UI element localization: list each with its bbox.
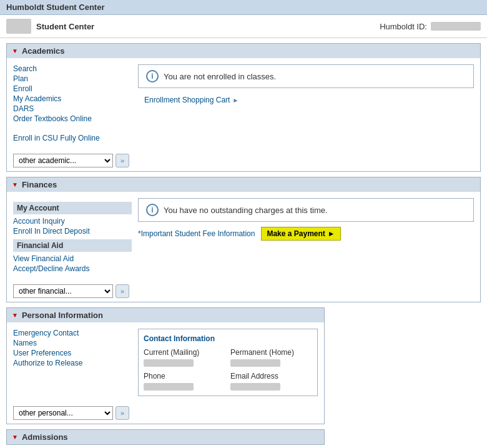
personal-information-section: ▼ Personal Information Emergency Contact… [6, 307, 325, 424]
academics-collapse-icon[interactable]: ▼ [12, 47, 18, 54]
enroll-link[interactable]: Enroll [13, 84, 132, 93]
finances-collapse-icon[interactable]: ▼ [12, 181, 18, 188]
permanent-home-value [230, 359, 280, 367]
accept-decline-link[interactable]: Accept/Decline Awards [13, 264, 132, 273]
admissions-collapse-icon[interactable]: ▼ [12, 434, 18, 441]
account-inquiry-link[interactable]: Account Inquiry [13, 217, 132, 226]
enrollment-cart-link[interactable]: Enrollment Shopping Cart ► [144, 96, 468, 104]
authorize-release-link[interactable]: Authorize to Release [13, 359, 132, 367]
current-mailing-section: Current (Mailing) [144, 348, 225, 367]
email-label: Email Address [230, 372, 312, 381]
enrollment-cart-row: Enrollment Shopping Cart ► [138, 93, 474, 107]
academics-section: ▼ Academics Search Plan Enroll My Academ… [6, 43, 481, 172]
humboldt-id-label: Humboldt ID: [380, 22, 427, 31]
academics-right-panel: i You are not enrolled in classes. Enrol… [138, 64, 474, 144]
personal-links: Emergency Contact Names User Preferences… [13, 329, 132, 396]
contact-box: Contact Information Current (Mailing) Pe… [138, 329, 318, 396]
academics-info-message: You are not enrolled in classes. [164, 72, 276, 81]
personal-information-header: ▼ Personal Information [7, 308, 324, 322]
payment-arrow-icon: ► [328, 229, 335, 238]
phone-value [144, 383, 194, 391]
cart-arrow-icon: ► [232, 97, 239, 104]
view-financial-aid-link[interactable]: View Financial Aid [13, 254, 132, 263]
personal-collapse-icon[interactable]: ▼ [12, 312, 18, 319]
academics-go-button[interactable]: » [116, 154, 129, 167]
academics-dropdown[interactable]: other academic... [13, 154, 113, 167]
finances-title: Finances [22, 180, 57, 189]
academics-dropdown-row: other academic... » [7, 150, 480, 171]
finances-info-message: You have no outstanding charges at this … [164, 206, 328, 215]
academics-links: Search Plan Enroll My Academics DARS Ord… [13, 64, 132, 144]
finances-info-box: i You have no outstanding charges at thi… [138, 198, 474, 222]
personal-dropdown[interactable]: other personal... [13, 406, 113, 420]
academics-header: ▼ Academics [7, 44, 480, 58]
financial-actions: *Important Student Fee Information Make … [138, 227, 474, 241]
admissions-section: ▼ Admissions [6, 429, 325, 445]
payment-button-label: Make a Payment [267, 229, 325, 238]
academics-title: Academics [22, 46, 65, 56]
finances-dropdown-row: other financial... » [7, 281, 480, 302]
email-value [230, 383, 280, 391]
current-mailing-label: Current (Mailing) [144, 348, 225, 357]
enrollment-cart-label: Enrollment Shopping Cart [144, 96, 230, 104]
order-textbooks-link[interactable]: Order Textbooks Online [13, 114, 132, 123]
finances-go-button[interactable]: » [116, 284, 129, 298]
academics-body: Search Plan Enroll My Academics DARS Ord… [7, 58, 480, 150]
phone-section: Phone [144, 372, 225, 391]
finances-dropdown[interactable]: other financial... [13, 284, 113, 298]
contact-grid: Current (Mailing) Permanent (Home) Phone… [144, 348, 312, 391]
student-header-left: Student Center [6, 19, 94, 34]
finances-body: My Account Account Inquiry Enroll In Dir… [7, 192, 480, 281]
student-header: Student Center Humboldt ID: [0, 15, 487, 38]
phone-label: Phone [144, 372, 225, 381]
personal-information-title: Personal Information [22, 311, 103, 320]
finances-section: ▼ Finances My Account Account Inquiry En… [6, 177, 481, 302]
finances-right-panel: i You have no outstanding charges at thi… [138, 198, 474, 274]
important-fee-link[interactable]: *Important Student Fee Information [138, 229, 255, 238]
humboldt-id-section: Humboldt ID: [380, 22, 481, 31]
personal-go-button[interactable]: » [116, 406, 129, 420]
finances-links: My Account Account Inquiry Enroll In Dir… [13, 198, 132, 274]
academics-info-box: i You are not enrolled in classes. [138, 64, 474, 88]
financial-aid-header: Financial Aid [13, 239, 132, 252]
dars-link[interactable]: DARS [13, 104, 132, 113]
permanent-home-label: Permanent (Home) [230, 348, 312, 357]
humboldt-id-value [431, 22, 481, 31]
user-preferences-link[interactable]: User Preferences [13, 349, 132, 357]
make-payment-button[interactable]: Make a Payment ► [261, 227, 340, 241]
avatar [6, 19, 31, 34]
finances-header: ▼ Finances [7, 177, 480, 192]
my-academics-link[interactable]: My Academics [13, 94, 132, 103]
page-header: Humboldt Student Center [0, 0, 487, 15]
admissions-title: Admissions [22, 432, 68, 442]
emergency-contact-link[interactable]: Emergency Contact [13, 329, 132, 337]
current-mailing-value [144, 359, 194, 367]
permanent-home-section: Permanent (Home) [230, 348, 312, 367]
names-link[interactable]: Names [13, 339, 132, 347]
direct-deposit-link[interactable]: Enroll In Direct Deposit [13, 227, 132, 236]
student-center-label: Student Center [36, 22, 94, 31]
search-link[interactable]: Search [13, 64, 132, 73]
my-account-header: My Account [13, 202, 132, 214]
enroll-csu-link[interactable]: Enroll in CSU Fully Online [13, 134, 132, 142]
personal-dropdown-row: other personal... » [7, 402, 324, 424]
email-section: Email Address [230, 372, 312, 391]
personal-body: Emergency Contact Names User Preferences… [7, 322, 324, 402]
contact-box-header: Contact Information [144, 334, 312, 343]
admissions-header: ▼ Admissions [7, 430, 324, 444]
plan-link[interactable]: Plan [13, 74, 132, 83]
info-icon: i [146, 70, 159, 82]
finances-info-icon: i [146, 204, 159, 216]
